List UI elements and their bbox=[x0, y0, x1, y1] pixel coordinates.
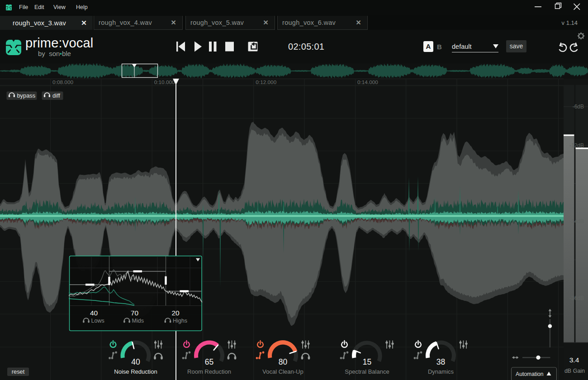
svg-text:0:08.000: 0:08.000 bbox=[52, 79, 73, 85]
svg-text:40: 40 bbox=[131, 357, 140, 366]
svg-text:38: 38 bbox=[436, 357, 445, 366]
svg-text:0:14.000: 0:14.000 bbox=[357, 79, 378, 85]
svg-text:65: 65 bbox=[205, 357, 213, 366]
svg-text:15: 15 bbox=[363, 357, 371, 366]
svg-text:Dynamics: Dynamics bbox=[428, 368, 454, 375]
svg-text:Mids: Mids bbox=[132, 318, 144, 324]
svg-text:Spectral Balance: Spectral Balance bbox=[345, 368, 389, 375]
svg-text:3.4: 3.4 bbox=[569, 356, 579, 364]
svg-text:Lows: Lows bbox=[91, 318, 104, 324]
svg-text:-6dB: -6dB bbox=[573, 103, 584, 110]
svg-text:bypass: bypass bbox=[17, 92, 36, 99]
svg-text:reset: reset bbox=[12, 368, 25, 375]
svg-text:80: 80 bbox=[279, 357, 288, 366]
svg-text:Automation: Automation bbox=[516, 371, 544, 377]
svg-text:0:10.000: 0:10.000 bbox=[154, 79, 175, 85]
svg-text:diff: diff bbox=[52, 92, 60, 99]
svg-text:dB Gain: dB Gain bbox=[564, 368, 585, 374]
svg-text:40: 40 bbox=[90, 309, 98, 317]
svg-text:Noise Reduction: Noise Reduction bbox=[114, 368, 157, 375]
svg-text:Highs: Highs bbox=[173, 318, 187, 324]
svg-text:0:12.000: 0:12.000 bbox=[256, 79, 276, 85]
svg-text:Room Reduction: Room Reduction bbox=[187, 368, 231, 375]
svg-text:70: 70 bbox=[131, 309, 139, 317]
svg-text:-24dB: -24dB bbox=[569, 218, 584, 225]
svg-text:Vocal Clean-Up: Vocal Clean-Up bbox=[262, 368, 303, 375]
svg-text:20: 20 bbox=[171, 309, 180, 317]
svg-text:-36dB: -36dB bbox=[569, 295, 584, 301]
svg-text:-12dB: -12dB bbox=[569, 142, 584, 149]
